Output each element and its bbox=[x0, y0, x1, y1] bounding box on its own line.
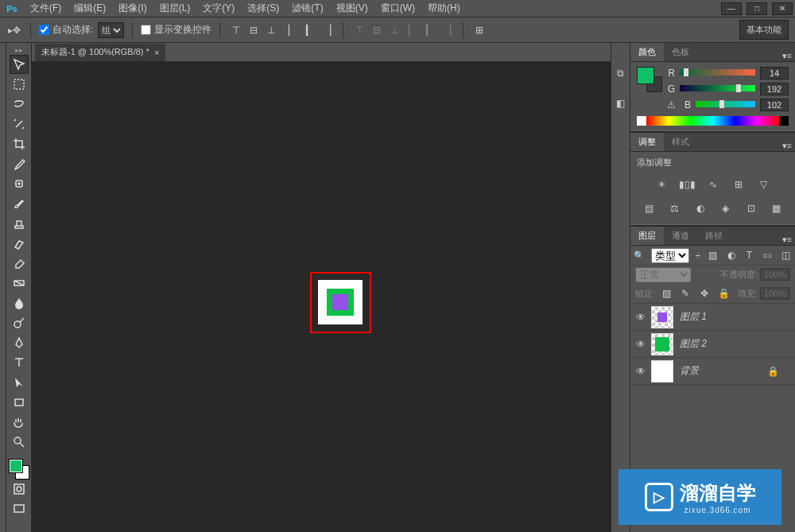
layer-name[interactable]: 图层 2 bbox=[673, 337, 779, 351]
dodge-tool[interactable] bbox=[10, 313, 29, 332]
auto-select-target[interactable]: 组 bbox=[98, 22, 124, 38]
layer-name[interactable]: 图层 1 bbox=[673, 310, 779, 324]
filter-adjust-icon[interactable]: ◐ bbox=[725, 247, 737, 263]
layer-row[interactable]: 👁 图层 2 bbox=[630, 331, 795, 358]
properties-panel-icon[interactable]: ◧ bbox=[613, 95, 629, 111]
layer-row[interactable]: 👁 背景 🔒 bbox=[630, 358, 795, 385]
filter-all-icon[interactable]: ÷ bbox=[696, 250, 700, 260]
color-swatch[interactable] bbox=[10, 460, 29, 479]
hand-tool[interactable] bbox=[10, 413, 29, 432]
menu-layer[interactable]: 图层(L) bbox=[153, 2, 197, 15]
menu-edit[interactable]: 编辑(E) bbox=[68, 2, 112, 15]
auto-align-icon[interactable]: ⊞ bbox=[471, 22, 487, 38]
lasso-tool[interactable] bbox=[10, 95, 29, 114]
tab-adjustments[interactable]: 调整 bbox=[630, 133, 664, 151]
close-tab-icon[interactable]: × bbox=[154, 48, 159, 57]
gamut-warning-icon[interactable]: ⚠ bbox=[667, 99, 678, 111]
b-slider[interactable] bbox=[696, 101, 755, 109]
screenmode-tool[interactable] bbox=[10, 499, 29, 518]
levels-icon[interactable]: ▮▯▮ bbox=[680, 177, 696, 192]
zoom-tool[interactable] bbox=[10, 433, 29, 452]
photo-filter-icon[interactable]: ◈ bbox=[718, 200, 734, 216]
hue-bar[interactable] bbox=[637, 116, 789, 126]
path-selection-tool[interactable] bbox=[10, 373, 29, 392]
hue-icon[interactable]: ▤ bbox=[642, 200, 657, 216]
brightness-icon[interactable]: ☀ bbox=[654, 177, 670, 192]
auto-select-checkbox[interactable]: 自动选择: bbox=[39, 23, 93, 37]
align-top-icon[interactable]: ⊤ bbox=[228, 22, 244, 38]
filter-pixel-icon[interactable]: ▧ bbox=[707, 247, 719, 263]
history-panel-icon[interactable]: ⧉ bbox=[613, 65, 629, 81]
filter-kind-icon[interactable]: 🔍 bbox=[634, 250, 645, 261]
auto-select-check[interactable] bbox=[39, 25, 49, 35]
color-preview[interactable] bbox=[637, 67, 661, 91]
filter-shape-icon[interactable]: ▭ bbox=[762, 247, 774, 263]
filter-type-icon[interactable]: T bbox=[743, 247, 755, 263]
g-value[interactable] bbox=[760, 83, 789, 95]
adjust-panel-menu-icon[interactable]: ▾≡ bbox=[782, 141, 795, 151]
brush-tool[interactable] bbox=[10, 194, 29, 213]
history-brush-tool[interactable] bbox=[10, 234, 29, 253]
canvas-viewport[interactable] bbox=[32, 62, 611, 532]
color-panel-menu-icon[interactable]: ▾≡ bbox=[782, 51, 795, 61]
r-slider[interactable] bbox=[680, 69, 755, 77]
exposure-icon[interactable]: ⊞ bbox=[731, 177, 747, 192]
blur-tool[interactable] bbox=[10, 293, 29, 313]
menu-filter[interactable]: 滤镜(T) bbox=[285, 2, 329, 15]
bw-icon[interactable]: ◐ bbox=[692, 200, 708, 216]
lut-icon[interactable]: ▦ bbox=[769, 200, 785, 216]
tab-color[interactable]: 颜色 bbox=[630, 43, 664, 61]
lock-pixels-icon[interactable]: ✎ bbox=[677, 285, 693, 301]
maximize-button[interactable]: □ bbox=[747, 2, 767, 15]
layer-name[interactable]: 背景 bbox=[673, 364, 767, 378]
visibility-icon[interactable]: 👁 bbox=[630, 366, 651, 377]
layer-thumb[interactable] bbox=[651, 360, 673, 382]
align-hcenter-icon[interactable]: ▎ bbox=[301, 22, 317, 38]
align-vcenter-icon[interactable]: ⊟ bbox=[246, 22, 262, 38]
show-transform-check[interactable] bbox=[141, 25, 151, 35]
menu-select[interactable]: 选择(S) bbox=[241, 2, 285, 15]
lock-all-icon[interactable]: 🔒 bbox=[716, 285, 731, 301]
r-value[interactable] bbox=[760, 67, 789, 80]
tab-styles[interactable]: 样式 bbox=[664, 133, 697, 151]
magic-wand-tool[interactable] bbox=[10, 115, 29, 134]
align-right-icon[interactable]: ▕ bbox=[319, 22, 335, 38]
move-tool[interactable] bbox=[10, 55, 29, 74]
menu-window[interactable]: 窗口(W) bbox=[374, 2, 421, 15]
menu-help[interactable]: 帮助(H) bbox=[421, 2, 467, 15]
tab-layers[interactable]: 图层 bbox=[630, 227, 664, 245]
visibility-icon[interactable]: 👁 bbox=[630, 339, 651, 350]
layers-panel-menu-icon[interactable]: ▾≡ bbox=[782, 235, 795, 245]
vibrance-icon[interactable]: ▽ bbox=[756, 177, 772, 192]
menu-type[interactable]: 文字(Y) bbox=[196, 2, 241, 15]
balance-icon[interactable]: ⚖ bbox=[667, 200, 683, 216]
menu-file[interactable]: 文件(F) bbox=[24, 2, 68, 15]
menu-image[interactable]: 图像(I) bbox=[112, 2, 153, 15]
crop-tool[interactable] bbox=[10, 134, 29, 153]
filter-kind-select[interactable]: 类型 bbox=[651, 248, 689, 263]
menu-view[interactable]: 视图(V) bbox=[330, 2, 374, 15]
visibility-icon[interactable]: 👁 bbox=[630, 312, 651, 323]
align-bottom-icon[interactable]: ⊥ bbox=[263, 22, 279, 38]
show-transform-checkbox[interactable]: 显示变换控件 bbox=[141, 23, 211, 37]
b-value[interactable] bbox=[760, 99, 789, 111]
type-tool[interactable] bbox=[10, 353, 29, 372]
close-button[interactable]: ✕ bbox=[772, 2, 793, 15]
layer-thumb[interactable] bbox=[651, 306, 673, 328]
clone-stamp-tool[interactable] bbox=[10, 214, 29, 233]
opacity-value[interactable]: 100% bbox=[760, 268, 790, 281]
eyedropper-tool[interactable] bbox=[10, 154, 29, 173]
gradient-tool[interactable] bbox=[10, 274, 29, 293]
layer-thumb[interactable] bbox=[651, 333, 673, 355]
document-tab[interactable]: 未标题-1 @ 100%(RGB/8) * × bbox=[35, 44, 165, 61]
quickmask-tool[interactable] bbox=[10, 480, 29, 499]
rectangle-tool[interactable] bbox=[10, 393, 29, 412]
fill-value[interactable]: 100% bbox=[760, 287, 790, 300]
eraser-tool[interactable] bbox=[10, 254, 29, 273]
g-slider[interactable] bbox=[680, 85, 755, 93]
lock-position-icon[interactable]: ✥ bbox=[696, 285, 712, 301]
foreground-color[interactable] bbox=[10, 460, 22, 472]
healing-brush-tool[interactable] bbox=[10, 174, 29, 193]
layer-row[interactable]: 👁 图层 1 bbox=[630, 304, 795, 331]
curves-icon[interactable]: ∿ bbox=[705, 177, 721, 192]
